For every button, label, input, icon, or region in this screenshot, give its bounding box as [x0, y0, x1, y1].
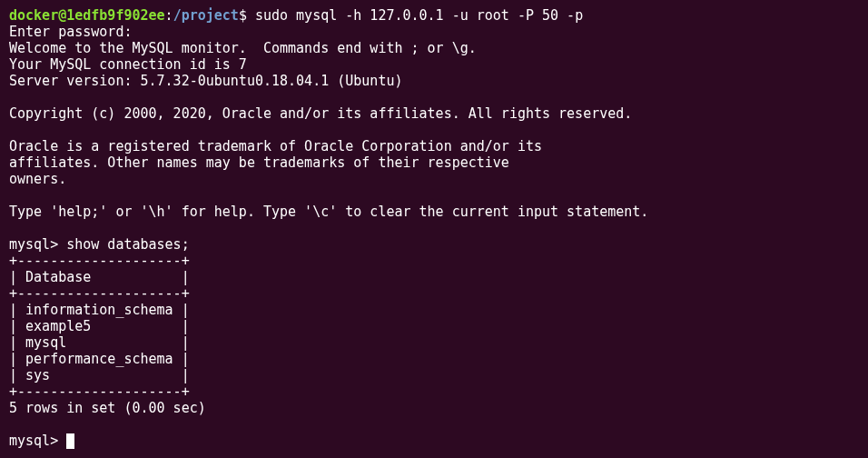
show-databases-command: show databases; [66, 236, 189, 253]
table-row: | mysql | [9, 334, 859, 351]
rows-in-set-line: 5 rows in set (0.00 sec) [9, 400, 859, 416]
table-row: | performance_schema | [9, 351, 859, 367]
table-border-bottom: +--------------------+ [9, 383, 859, 400]
trademark-line-3: owners. [9, 171, 859, 187]
blank-line [9, 122, 859, 138]
prompt-separator: : [165, 7, 173, 24]
enter-password-line: Enter password: [9, 24, 859, 40]
prompt-user-host: docker@1edfb9f902ee [9, 7, 165, 24]
help-line: Type 'help;' or '\h' for help. Type '\c'… [9, 204, 859, 220]
prompt-dollar: $ [239, 7, 255, 24]
prompt-path: /project [173, 7, 239, 24]
copyright-line: Copyright (c) 2000, 2020, Oracle and/or … [9, 105, 859, 122]
prompt-line-1: docker@1edfb9f902ee:/project$ sudo mysql… [9, 7, 859, 24]
mysql-prompt-line-1: mysql> show databases; [9, 236, 859, 253]
server-version-line: Server version: 5.7.32-0ubuntu0.18.04.1 … [9, 73, 859, 89]
table-row: | example5 | [9, 318, 859, 334]
cursor [66, 433, 74, 449]
blank-line [9, 416, 859, 433]
blank-line [9, 187, 859, 204]
table-header: | Database | [9, 269, 859, 285]
mysql-prompt-line-2[interactable]: mysql> [9, 433, 859, 449]
mysql-prompt: mysql> [9, 236, 66, 253]
connection-id-line: Your MySQL connection id is 7 [9, 56, 859, 73]
table-border-sep: +--------------------+ [9, 285, 859, 302]
terminal-output[interactable]: docker@1edfb9f902ee:/project$ sudo mysql… [9, 7, 859, 449]
command-mysql-connect: sudo mysql -h 127.0.0.1 -u root -P 50 -p [255, 7, 583, 24]
table-border-top: +--------------------+ [9, 253, 859, 269]
table-row: | sys | [9, 367, 859, 383]
blank-line [9, 89, 859, 105]
welcome-line: Welcome to the MySQL monitor. Commands e… [9, 40, 859, 56]
trademark-line-2: affiliates. Other names may be trademark… [9, 154, 859, 171]
blank-line [9, 220, 859, 236]
mysql-prompt: mysql> [9, 433, 66, 449]
trademark-line-1: Oracle is a registered trademark of Orac… [9, 138, 859, 154]
table-row: | information_schema | [9, 302, 859, 318]
